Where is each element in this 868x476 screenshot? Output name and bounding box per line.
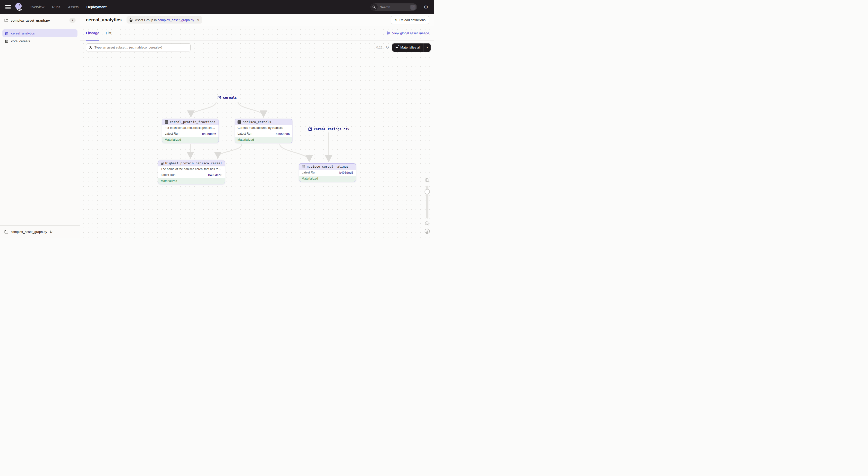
status-badge: Materialized bbox=[235, 137, 292, 143]
zoom-slider-handle[interactable] bbox=[425, 189, 430, 194]
search-shortcut-badge: / bbox=[410, 5, 415, 10]
reload-definitions-label: Reload definitions bbox=[400, 18, 426, 22]
page-header: cereal_analytics Asset Group in complex_… bbox=[80, 14, 434, 26]
tab-lineage[interactable]: Lineage bbox=[86, 26, 99, 40]
search-input[interactable] bbox=[380, 5, 410, 9]
op-selector-icon bbox=[89, 45, 93, 49]
asset-name: nabisco_cereals bbox=[243, 120, 271, 124]
reload-workspace-icon[interactable]: ↻ bbox=[50, 230, 53, 234]
asset-subset-input[interactable] bbox=[94, 45, 188, 49]
sidebar-module-name: complex_asset_graph.py bbox=[11, 19, 69, 22]
asset-group-icon bbox=[5, 39, 9, 43]
nav-item-assets[interactable]: Assets bbox=[68, 5, 79, 9]
top-nav: Overview Runs Assets Deployment / ⚙ bbox=[0, 0, 434, 14]
latest-run-label: Latest Run bbox=[238, 132, 252, 136]
sidebar-item-cereal-analytics[interactable]: cereal_analytics bbox=[2, 29, 78, 37]
latest-run-label: Latest Run bbox=[302, 171, 316, 174]
gear-icon[interactable]: ⚙ bbox=[424, 5, 428, 9]
asset-node-nabisco-cereals[interactable]: nabisco_cereals Cereals manufactured by … bbox=[235, 118, 292, 143]
sidebar-module-count-badge: 2 bbox=[69, 18, 75, 23]
folder-icon bbox=[4, 19, 8, 22]
nav-links: Overview Runs Assets Deployment bbox=[30, 5, 106, 9]
context-reload-icon[interactable]: ↻ bbox=[196, 18, 199, 22]
external-asset-label: cereal_ratings_csv bbox=[314, 127, 349, 131]
run-id-link[interactable]: b495ded6 bbox=[202, 132, 216, 136]
external-link-icon bbox=[217, 96, 221, 99]
lineage-graph-icon bbox=[387, 31, 391, 35]
zoom-slider[interactable] bbox=[426, 185, 428, 218]
asset-description: For each cereal, records its protein ... bbox=[162, 125, 219, 131]
asset-group-icon bbox=[5, 32, 9, 35]
asset-name: nabisco_cereal_ratings bbox=[307, 165, 348, 168]
asset-description: Cereals manufactured by Nabisco bbox=[235, 125, 292, 131]
nav-item-runs[interactable]: Runs bbox=[52, 5, 60, 9]
asset-subset-filter[interactable] bbox=[86, 43, 191, 52]
sidebar-item-core-cereals[interactable]: core_cereals bbox=[2, 37, 78, 45]
table-icon bbox=[302, 165, 305, 168]
run-id-link[interactable]: b495ded6 bbox=[339, 171, 353, 174]
table-icon bbox=[165, 120, 168, 124]
asset-node-highest-protein-nabisco-cereal[interactable]: highest_protein_nabisco_cereal The name … bbox=[158, 160, 225, 184]
search-icon bbox=[370, 3, 378, 11]
dagster-logo-icon[interactable] bbox=[14, 2, 24, 12]
materialize-all-button-group: ✦✦ Materialize all ▾ bbox=[392, 43, 431, 52]
sidebar: complex_asset_graph.py 2 cereal_analytic… bbox=[0, 14, 80, 238]
tabs-row: Lineage List View global asset lineage bbox=[80, 26, 434, 40]
materialize-all-label: Materialize all bbox=[400, 45, 421, 49]
table-icon bbox=[161, 162, 163, 165]
latest-run-label: Latest Run bbox=[165, 132, 179, 136]
reload-icon: ↻ bbox=[395, 18, 398, 22]
context-prefix: Asset Group in bbox=[135, 18, 157, 22]
run-id-link[interactable]: b495ded6 bbox=[276, 132, 290, 136]
refresh-timer: 0:22 bbox=[376, 45, 382, 49]
graph-zoom-controls bbox=[424, 177, 431, 235]
graph-edges bbox=[80, 54, 434, 238]
asset-group-context-pill: Asset Group in complex_asset_graph.py ↻ bbox=[127, 16, 202, 24]
asset-graph-canvas[interactable]: cereals cereal_ratings_csv bbox=[80, 54, 434, 238]
status-badge: Materialized bbox=[299, 176, 356, 182]
sparkle-icon: ✦✦ bbox=[395, 45, 399, 49]
asset-node-cereal-protein-fractions[interactable]: cereal_protein_fractions For each cereal… bbox=[162, 118, 219, 143]
view-global-asset-lineage-link[interactable]: View global asset lineage bbox=[387, 31, 429, 35]
fit-view-icon[interactable] bbox=[424, 228, 430, 234]
page-title: cereal_analytics bbox=[86, 17, 122, 23]
external-asset-label: cereals bbox=[223, 96, 237, 99]
external-asset-cereal-ratings-csv[interactable]: cereal_ratings_csv bbox=[308, 127, 349, 131]
asset-group-icon bbox=[129, 18, 133, 22]
asset-node-nabisco-cereal-ratings[interactable]: nabisco_cereal_ratings Latest Run b495de… bbox=[299, 163, 356, 182]
sidebar-module-row[interactable]: complex_asset_graph.py 2 bbox=[0, 14, 80, 27]
asset-name: cereal_protein_fractions bbox=[170, 120, 215, 124]
latest-run-label: Latest Run bbox=[161, 173, 175, 177]
materialize-dropdown-caret[interactable]: ▾ bbox=[424, 46, 431, 49]
nav-item-deployment[interactable]: Deployment bbox=[87, 5, 106, 9]
run-id-link[interactable]: b495ded6 bbox=[208, 173, 222, 177]
sidebar-group-list: cereal_analytics core_cereals bbox=[0, 27, 80, 47]
asset-name: highest_protein_nabisco_cereal bbox=[165, 161, 222, 165]
view-global-asset-lineage-label: View global asset lineage bbox=[392, 31, 429, 35]
zoom-out-icon[interactable] bbox=[425, 221, 430, 226]
table-icon bbox=[238, 120, 241, 124]
lineage-toolbar: 0:22 ↻ ✦✦ Materialize all ▾ bbox=[80, 40, 434, 54]
nav-item-overview[interactable]: Overview bbox=[30, 5, 44, 9]
sidebar-item-label: core_cereals bbox=[11, 39, 30, 43]
sidebar-footer: complex_asset_graph.py ↻ bbox=[0, 226, 80, 238]
search-box[interactable]: / bbox=[370, 3, 417, 11]
external-asset-cereals[interactable]: cereals bbox=[217, 96, 237, 99]
asset-description: The name of the nabisco cereal that has … bbox=[158, 166, 225, 172]
sidebar-footer-name: complex_asset_graph.py bbox=[11, 230, 47, 234]
main-area: cereal_analytics Asset Group in complex_… bbox=[80, 14, 434, 238]
status-badge: Materialized bbox=[162, 137, 219, 143]
external-link-icon bbox=[308, 127, 312, 131]
zoom-in-icon[interactable] bbox=[425, 178, 430, 183]
materialize-all-button[interactable]: ✦✦ Materialize all bbox=[392, 45, 424, 49]
folder-icon bbox=[4, 230, 8, 234]
refresh-icon[interactable]: ↻ bbox=[386, 45, 389, 49]
hamburger-menu-icon[interactable] bbox=[5, 4, 11, 10]
lineage-pane: Lineage List View global asset lineage bbox=[80, 26, 434, 238]
sidebar-item-label: cereal_analytics bbox=[11, 32, 35, 35]
context-module-link[interactable]: complex_asset_graph.py bbox=[158, 18, 194, 22]
tab-list[interactable]: List bbox=[106, 26, 112, 40]
status-badge: Materialized bbox=[158, 178, 225, 184]
reload-definitions-button[interactable]: ↻ Reload definitions bbox=[391, 16, 429, 24]
